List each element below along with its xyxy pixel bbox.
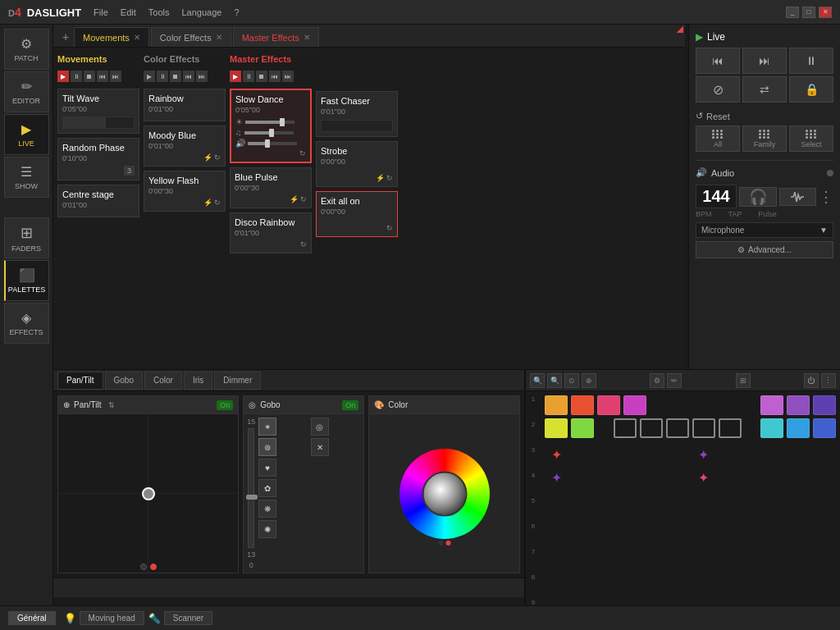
- swatch-2-4[interactable]: [640, 418, 663, 438]
- swatch-1-6[interactable]: [787, 395, 810, 415]
- gobo-icon-5[interactable]: ♥: [258, 459, 276, 477]
- sidebar-item-patch[interactable]: ⚙ PATCH: [4, 29, 49, 70]
- pan-tilt-grid[interactable]: [58, 414, 238, 573]
- zoom-in-button[interactable]: 🔍: [547, 373, 562, 388]
- live-skip-forward[interactable]: ⏭: [742, 48, 787, 74]
- swatch-2-9[interactable]: [787, 418, 810, 438]
- gobo-icon-3[interactable]: ⊛: [258, 438, 276, 456]
- sidebar-item-show[interactable]: ☰ SHOW: [4, 157, 49, 198]
- swatch-1-7[interactable]: [813, 395, 836, 415]
- menu-language[interactable]: Language: [181, 7, 221, 17]
- power-button[interactable]: ⏻: [804, 373, 819, 388]
- live-skip-back[interactable]: ⏮: [696, 48, 740, 74]
- movements-next[interactable]: ⏭: [110, 71, 121, 82]
- live-lock[interactable]: 🔒: [789, 76, 833, 103]
- swatch-2-5[interactable]: [666, 418, 689, 438]
- edit-button[interactable]: ✏: [667, 373, 682, 388]
- card-moody-blue[interactable]: Moody Blue 0'01"00 ⚡ ↻: [144, 126, 226, 167]
- color-prev[interactable]: ⏮: [183, 71, 194, 82]
- menu-tools[interactable]: Tools: [148, 7, 170, 17]
- tab-movements[interactable]: Movements ✕: [74, 27, 149, 47]
- status-tab-general[interactable]: Général: [8, 611, 56, 625]
- swatch-star-3[interactable]: ✦: [545, 468, 568, 487]
- gobo-icon-4[interactable]: ✕: [311, 438, 329, 456]
- more-options-button[interactable]: ⋮: [821, 373, 836, 388]
- grid-view-button[interactable]: ⊞: [736, 373, 751, 388]
- swatch-2-10[interactable]: [813, 418, 836, 438]
- master-pause[interactable]: ⏸: [243, 71, 254, 82]
- gobo-icon-2[interactable]: ◎: [311, 418, 329, 436]
- gobo-icon-1[interactable]: ✶: [258, 418, 276, 436]
- zoom-out-button[interactable]: 🔍: [530, 373, 545, 388]
- slider-2[interactable]: [244, 131, 294, 135]
- swatch-star-1[interactable]: ✦: [545, 445, 568, 464]
- color-next[interactable]: ⏭: [196, 71, 208, 82]
- swatch-star-4[interactable]: ✦: [692, 468, 715, 487]
- slider-3[interactable]: [248, 142, 297, 145]
- master-play[interactable]: ▶: [230, 71, 241, 82]
- pulse-button[interactable]: [779, 188, 817, 206]
- swatch-star-2[interactable]: ✦: [692, 445, 715, 464]
- gobo-icon-6[interactable]: ✿: [258, 479, 276, 497]
- master-next[interactable]: ⏭: [282, 71, 294, 82]
- master-stop[interactable]: ⏹: [256, 71, 267, 82]
- sidebar-item-live[interactable]: ▶ LIVE: [4, 114, 49, 155]
- tab-color[interactable]: Color: [144, 372, 182, 390]
- card-slow-dance[interactable]: Slow Dance 0'05"00 ☀ ♫: [230, 89, 312, 163]
- swatch-2-3[interactable]: [614, 418, 637, 438]
- swatch-1-5[interactable]: [760, 395, 783, 415]
- card-centre-stage[interactable]: Centre stage 0'01"00: [57, 185, 139, 217]
- settings-button[interactable]: ⚙: [650, 373, 664, 388]
- live-pause[interactable]: ⏸: [789, 48, 833, 74]
- microphone-select[interactable]: Microphone ▼: [696, 222, 833, 238]
- card-random-phase[interactable]: Random Phase 0'10"00 3: [57, 138, 139, 180]
- status-tab-scanner[interactable]: Scanner: [164, 611, 212, 625]
- tab-dimmer[interactable]: Dimmer: [214, 372, 261, 390]
- card-rainbow[interactable]: Rainbow 0'01"00: [144, 89, 226, 121]
- swatch-2-8[interactable]: [760, 418, 783, 438]
- sidebar-item-effects[interactable]: ◈ EFFECTS: [4, 303, 49, 344]
- swatch-1-4[interactable]: [623, 395, 646, 415]
- movements-prev[interactable]: ⏮: [97, 71, 108, 82]
- swatch-1-2[interactable]: [571, 395, 594, 415]
- movements-play[interactable]: ▶: [57, 71, 69, 82]
- tab-gobo[interactable]: Gobo: [105, 372, 143, 390]
- master-prev[interactable]: ⏮: [269, 71, 281, 82]
- swatch-2-2[interactable]: [571, 418, 594, 438]
- sidebar-item-faders[interactable]: ⊞ FADERS: [4, 217, 49, 258]
- close-movements-tab[interactable]: ✕: [134, 33, 140, 42]
- advanced-button[interactable]: ⚙ Advanced...: [696, 241, 833, 258]
- card-yellow-flash[interactable]: Yellow Flash 0'00"30 ⚡ ↻: [144, 171, 226, 212]
- swatch-2-1[interactable]: [545, 418, 568, 438]
- live-shuffle[interactable]: ⇄: [742, 76, 787, 103]
- gobo-icon-7[interactable]: ❋: [258, 500, 276, 518]
- card-strobe[interactable]: Strobe 0'00"00 ⚡ ↻: [316, 141, 398, 187]
- status-tab-moving-head[interactable]: Moving head: [80, 611, 144, 625]
- swatch-1-3[interactable]: [597, 395, 620, 415]
- color-stop[interactable]: ⏹: [170, 71, 181, 82]
- swatch-1-1[interactable]: [545, 395, 568, 415]
- swatch-2-7[interactable]: [719, 418, 742, 438]
- add-tab-button[interactable]: +: [57, 27, 74, 47]
- gobo-vertical-slider[interactable]: [248, 428, 254, 548]
- pan-tilt-crosshair[interactable]: [142, 487, 155, 500]
- card-blue-pulse[interactable]: Blue Pulse 0'00"30 ⚡ ↻: [230, 167, 312, 208]
- color-pause[interactable]: ⏸: [157, 71, 168, 82]
- tap-button[interactable]: 🎧: [739, 187, 777, 207]
- reset-view-button[interactable]: ⊙: [564, 373, 579, 388]
- gobo-icon-8[interactable]: ✺: [258, 520, 276, 538]
- minimize-button[interactable]: _: [786, 7, 799, 18]
- swatch-2-6[interactable]: [692, 418, 715, 438]
- close-master-tab[interactable]: ✕: [304, 33, 310, 42]
- reset-family-button[interactable]: Family: [742, 126, 787, 152]
- tab-color-effects[interactable]: Color Effects ✕: [151, 27, 231, 47]
- menu-file[interactable]: File: [94, 7, 108, 17]
- close-button[interactable]: ✕: [819, 7, 832, 18]
- menu-edit[interactable]: Edit: [121, 7, 136, 17]
- tab-master-effects[interactable]: Master Effects ✕: [233, 27, 319, 47]
- slider-1[interactable]: [245, 121, 294, 124]
- sidebar-item-editor[interactable]: ✏ EDITOR: [4, 71, 49, 112]
- color-play[interactable]: ▶: [144, 71, 155, 82]
- card-fast-chaser[interactable]: Fast Chaser 0'01"00: [316, 91, 398, 137]
- card-disco-rainbow[interactable]: Disco Rainbow 0'01"00 ↻: [230, 212, 312, 253]
